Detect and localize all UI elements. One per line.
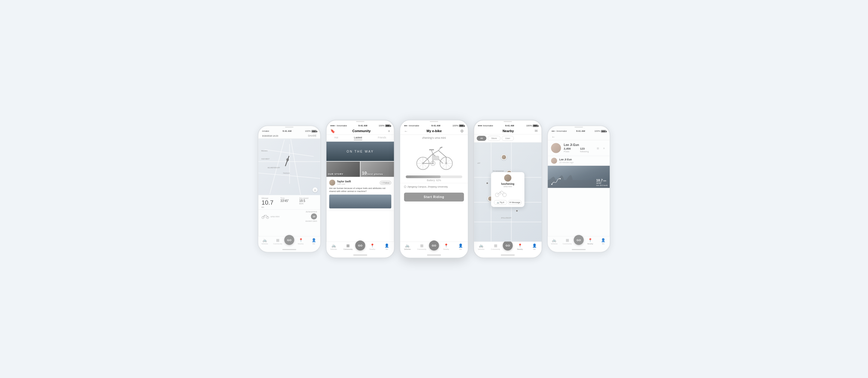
status-bar-5: ●●○ Innomake 9:41 AM 100% — [548, 128, 610, 133]
status-bar-4: ●●● Innomake 9:41 AM 100% — [474, 123, 541, 128]
time-1: 9:41 AM — [283, 130, 292, 132]
back-icon-3[interactable]: ← — [404, 129, 408, 133]
svg-rect-18 — [432, 156, 439, 160]
svg-point-25 — [560, 178, 561, 179]
try-it-button[interactable]: 🚲 Try it — [494, 200, 507, 205]
community-screen: Hot Lastest Friends ON THE WAY OUR STORY… — [327, 135, 394, 242]
n-road-5 — [474, 222, 541, 222]
go-button-5[interactable]: GO — [574, 235, 584, 245]
tab-community-3[interactable]: ▦ Community — [415, 243, 429, 250]
go-button-3[interactable]: GO — [429, 240, 439, 250]
achievement-badge: 10 — [311, 213, 317, 219]
tab-community-2[interactable]: ▦ Community — [341, 243, 355, 250]
map-label-3: HELMERSBUURT — [268, 167, 280, 169]
carrier-3: ●●○ innomake — [404, 124, 419, 127]
message-button[interactable]: ✉ Message — [508, 200, 521, 205]
tab-community-5[interactable]: ▦ Community — [561, 238, 574, 245]
tab-community-4[interactable]: ▦ Community — [488, 243, 503, 250]
home-indicator-2 — [327, 252, 394, 257]
community-hero: ON THE WAY — [327, 142, 394, 161]
phone-top-5 — [548, 126, 610, 128]
filter-all[interactable]: All — [477, 136, 487, 141]
settings-icon[interactable]: ⚙ — [460, 129, 464, 133]
tab-me-3[interactable]: 👤 Me — [453, 243, 468, 250]
tab-vehicles-1[interactable]: 🚲 Vehicles — [258, 238, 271, 245]
community-icon-4: ▦ — [494, 243, 497, 248]
post-time: Just now — [337, 183, 351, 185]
post-image — [329, 195, 391, 209]
tab-hot[interactable]: Hot — [334, 136, 338, 140]
phone-top-2 — [327, 121, 394, 123]
grid-view-button[interactable]: ⊞ — [595, 146, 600, 151]
ebike-title: My e-bike — [408, 129, 461, 133]
bike-name: zhening's uma mini — [400, 135, 468, 141]
bike-visual — [400, 141, 468, 174]
battery-right-4: 100% — [526, 124, 538, 127]
community-icon-2: ▦ — [346, 243, 350, 248]
profile-avatar — [551, 143, 561, 153]
tab-latest[interactable]: Lastest — [354, 136, 362, 140]
svg-line-14 — [431, 150, 433, 154]
list-view-button[interactable]: ≡ — [601, 146, 607, 151]
post-avatar — [329, 180, 335, 186]
ride-stats-overlay: 10.7 km 34'45" m/s 18.5 km/h — [596, 178, 608, 186]
battery-bar-inner — [406, 175, 441, 178]
tab-nearby-4[interactable]: 📍 Nearby — [513, 243, 527, 250]
tab-vehicles-2[interactable]: 🚲 Vehicles — [327, 243, 341, 250]
tab-vehicles-3[interactable]: 🚲 Vehicles — [400, 243, 415, 250]
carrier-2: ●●●○ Innomake — [330, 124, 347, 127]
tab-nearby-3[interactable]: 📍 Nearby — [439, 243, 454, 250]
tab-nearby-2[interactable]: 📍 Nearby — [365, 243, 380, 250]
go-button-2[interactable]: GO — [355, 240, 365, 250]
back-icon-5[interactable]: ← — [552, 135, 555, 139]
filter-user[interactable]: User — [501, 136, 514, 141]
nav-bar-3: ← My e-bike ⚙ — [400, 128, 468, 135]
date-label: 3/16/2016 14:23 — [262, 135, 278, 137]
nearby-screen: All Store User De Lairessestraat OUD-ZUI… — [474, 135, 541, 242]
tab-me-4[interactable]: 👤 Me — [527, 243, 541, 250]
tab-vehicles-4[interactable]: 🚲 Vehicles — [474, 243, 488, 250]
filter-store[interactable]: Store — [488, 136, 501, 141]
exceed-label: exceed 10km — [290, 220, 317, 222]
following-label: following — [580, 150, 589, 152]
stat-speed: Avg.speed 19.5 km/h — [299, 198, 317, 209]
map-label-a: De Lairessestraat — [493, 170, 504, 172]
go-button-1[interactable]: GO — [284, 235, 294, 245]
speaker-5 — [575, 127, 583, 128]
map-pin-sm-1 — [486, 182, 488, 184]
tab-me-5[interactable]: 👤 Me — [597, 238, 610, 245]
mail-icon[interactable]: ✉ — [535, 129, 538, 133]
time-4: 9:41 AM — [505, 124, 514, 127]
ride-km: 10.7 km — [596, 178, 608, 182]
tab-nearby-5[interactable]: 📍 Nearby — [584, 238, 597, 245]
speed-value: 19.5 — [299, 199, 317, 203]
map-road-5 — [289, 144, 290, 183]
tab-me-2[interactable]: 👤 Me — [380, 243, 394, 250]
mileage-unit: km — [261, 206, 279, 208]
bike-info: uma mini — [261, 211, 289, 222]
tab-nearby-1[interactable]: 📍 Nearby — [294, 238, 307, 245]
speaker — [285, 127, 293, 128]
phone-top-4 — [474, 121, 541, 123]
community-icon-1: ▦ — [276, 238, 279, 242]
home-indicator-5 — [548, 246, 610, 252]
start-riding-button[interactable]: Start Riding — [404, 193, 464, 201]
avatar-image — [329, 180, 335, 186]
tab-vehicles-5[interactable]: 🚲 Vehicles — [548, 238, 561, 245]
go-button-4[interactable]: GO — [503, 240, 513, 250]
tab-me-1[interactable]: 👤 Me — [307, 238, 320, 245]
home-indicator-3 — [400, 252, 468, 257]
tab-friends[interactable]: Friends — [378, 136, 386, 140]
tab-community-1[interactable]: ▦ Community — [271, 238, 284, 245]
follow-button[interactable]: + Follow — [380, 180, 392, 185]
story-card[interactable]: OUR STORY — [327, 162, 360, 177]
photos-card[interactable]: 10 best photos — [361, 162, 394, 177]
share-button[interactable]: SHARE — [308, 135, 316, 137]
location-text: Zijingang Campus, Zhejiang University — [407, 185, 448, 188]
user-pin-1[interactable] — [501, 154, 506, 160]
post-item: Taylor Swift Just now + Follow Are we hu… — [327, 177, 394, 211]
ebike-screen: zhening's uma mini — [400, 135, 468, 242]
add-icon[interactable]: + — [388, 129, 390, 133]
location-button[interactable]: ◎ — [313, 187, 318, 193]
home-indicator-1 — [258, 246, 320, 252]
